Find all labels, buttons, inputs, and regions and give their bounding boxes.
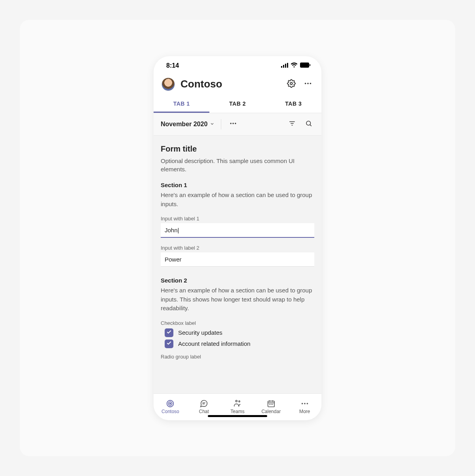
chat-icon <box>200 399 208 408</box>
svg-point-29 <box>270 404 270 404</box>
tab-2[interactable]: TAB 2 <box>209 96 265 113</box>
filter-icon <box>289 120 296 129</box>
search-icon <box>305 120 312 129</box>
contoso-icon <box>166 399 175 408</box>
subheader: November 2020 <box>154 113 321 136</box>
svg-point-23 <box>236 400 237 402</box>
more-horizontal-icon <box>300 399 309 408</box>
avatar[interactable] <box>162 78 175 91</box>
teams-icon <box>233 399 242 408</box>
search-button[interactable] <box>303 119 314 130</box>
nav-contoso-label: Contoso <box>162 409 179 414</box>
app-header: Contoso <box>154 74 321 96</box>
form-content: Form title Optional description. This sa… <box>154 136 321 393</box>
section2-title: Section 2 <box>161 277 314 284</box>
checkbox-2[interactable] <box>165 339 173 348</box>
input2-label: Input with label 2 <box>161 245 314 251</box>
svg-point-12 <box>235 123 236 124</box>
svg-line-17 <box>310 125 311 126</box>
svg-point-8 <box>307 83 309 84</box>
svg-point-16 <box>306 121 311 125</box>
svg-rect-5 <box>310 64 310 66</box>
month-selector[interactable]: November 2020 <box>161 121 215 128</box>
svg-rect-2 <box>285 64 286 68</box>
filter-button[interactable] <box>287 119 298 130</box>
checkbox-row-1[interactable]: Security updates <box>165 328 314 337</box>
section1-description: Here's an example of how a section can b… <box>161 191 314 209</box>
divider <box>221 119 221 129</box>
svg-rect-4 <box>300 63 309 68</box>
svg-point-20 <box>170 403 171 404</box>
svg-point-33 <box>304 403 306 404</box>
svg-rect-1 <box>283 65 284 68</box>
status-bar: 8:14 <box>154 58 321 74</box>
svg-point-32 <box>301 403 303 404</box>
nav-calendar-label: Calendar <box>261 409 281 414</box>
app-title: Contoso <box>180 78 280 90</box>
gear-icon <box>287 79 296 89</box>
svg-point-24 <box>239 401 240 402</box>
svg-point-10 <box>230 123 232 124</box>
checkbox-group-label: Checkbox label <box>161 320 314 326</box>
svg-point-30 <box>271 404 271 404</box>
status-time: 8:14 <box>166 62 179 69</box>
more-horizontal-icon <box>229 119 237 129</box>
settings-button[interactable] <box>286 79 297 90</box>
battery-icon <box>300 62 310 69</box>
input2-field[interactable] <box>161 252 314 267</box>
radio-group-label: Radio group label <box>161 354 314 360</box>
wifi-icon <box>291 62 298 69</box>
checkbox-1[interactable] <box>165 328 173 337</box>
svg-point-9 <box>310 83 312 84</box>
checkbox-row-2[interactable]: Account related information <box>165 339 314 348</box>
nav-teams-label: Teams <box>230 409 244 414</box>
home-indicator[interactable] <box>208 415 267 417</box>
tab-3[interactable]: TAB 3 <box>266 96 321 113</box>
more-horizontal-icon <box>304 79 312 89</box>
svg-point-31 <box>272 404 273 404</box>
tab-1[interactable]: TAB 1 <box>154 96 209 113</box>
svg-rect-3 <box>287 63 288 68</box>
nav-chat-label: Chat <box>199 409 209 414</box>
checkbox-1-label: Security updates <box>178 329 222 336</box>
check-icon <box>166 340 172 347</box>
phone-frame: 8:14 Contoso <box>154 56 321 420</box>
section1-title: Section 1 <box>161 182 314 188</box>
check-icon <box>166 329 172 336</box>
nav-more[interactable]: More <box>288 394 321 420</box>
svg-point-7 <box>305 83 306 84</box>
month-label: November 2020 <box>161 121 207 128</box>
svg-rect-0 <box>281 66 282 68</box>
cellular-icon <box>281 62 288 69</box>
calendar-icon <box>267 399 276 408</box>
status-icons <box>281 62 310 69</box>
section2-description: Here's an example of how a section can b… <box>161 286 314 313</box>
subheader-more-button[interactable] <box>228 119 239 130</box>
chevron-down-icon <box>210 121 215 128</box>
checkbox-2-label: Account related information <box>178 340 251 347</box>
input1-label: Input with label 1 <box>161 216 314 222</box>
nav-contoso[interactable]: Contoso <box>154 394 187 420</box>
form-description: Optional description. This sample uses c… <box>161 157 314 174</box>
nav-more-label: More <box>299 409 310 414</box>
more-button[interactable] <box>302 79 314 90</box>
form-title: Form title <box>161 144 314 154</box>
tab-bar: TAB 1 TAB 2 TAB 3 <box>154 96 321 113</box>
svg-point-11 <box>233 123 234 124</box>
svg-point-6 <box>290 82 293 85</box>
input1-field[interactable] <box>161 223 314 238</box>
svg-point-34 <box>306 403 308 404</box>
